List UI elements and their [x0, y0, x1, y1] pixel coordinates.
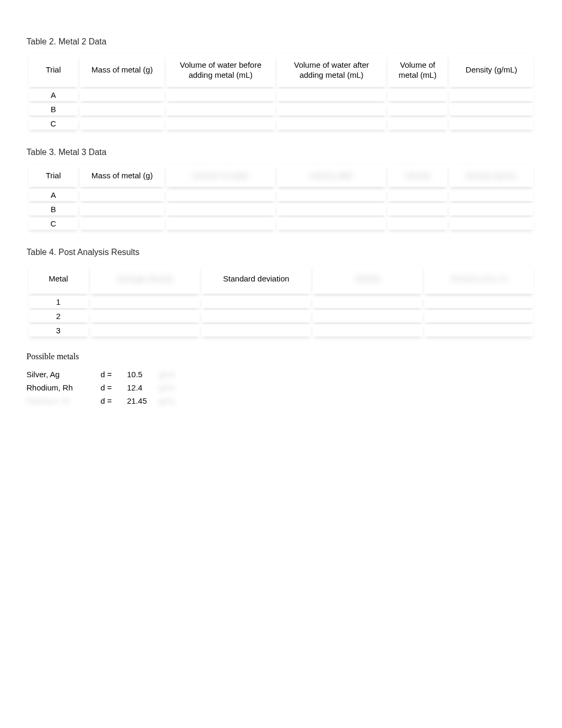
metal-name-blurred: Platinum, Pt — [26, 394, 101, 407]
metal-name: Rhodium, Rh — [26, 381, 101, 394]
col-blurred: Volume of water — [166, 165, 275, 187]
possible-metals-list: Silver, Ag d = 10.5 g/mL Rhodium, Rh d =… — [26, 368, 185, 407]
table2: Trial Mass of metal (g) Volume of water … — [26, 52, 536, 132]
density-unit-blurred: g/mL — [159, 368, 185, 381]
density-value: 21.45 — [127, 394, 159, 407]
density-value: 12.4 — [127, 381, 159, 394]
density-value: 10.5 — [127, 368, 159, 381]
table-row: 3 — [29, 324, 533, 336]
trial-cell: C — [29, 217, 78, 230]
col-vol-after: Volume of water after adding metal (mL) — [277, 54, 386, 87]
list-item: Silver, Ag d = 10.5 g/mL — [26, 368, 185, 381]
table-row: A — [29, 89, 533, 101]
col-metal: Metal — [29, 265, 88, 294]
col-blurred: Percent error % — [424, 265, 533, 294]
table3-header-row: Trial Mass of metal (g) Volume of water … — [29, 165, 533, 187]
table-row: 1 — [29, 296, 533, 308]
list-item: Rhodium, Rh d = 12.4 g/mL — [26, 381, 185, 394]
col-blurred: Density (g/mL) — [449, 165, 533, 187]
table4-header-row: Metal Average density Standard deviation… — [29, 265, 533, 294]
metal-cell: 3 — [29, 324, 88, 336]
trial-cell: B — [29, 203, 78, 215]
col-vol-metal: Volume of metal (mL) — [388, 54, 447, 87]
col-blurred: Volume after — [277, 165, 386, 187]
table-row: A — [29, 189, 533, 201]
density-unit-blurred: g/mL — [159, 394, 185, 407]
col-trial: Trial — [29, 54, 78, 87]
col-blurred: Volume — [388, 165, 447, 187]
col-vol-before: Volume of water before adding metal (mL) — [166, 54, 275, 87]
col-stddev: Standard deviation — [202, 265, 311, 294]
possible-metals-heading: Possible metals — [26, 352, 536, 361]
table2-header-row: Trial Mass of metal (g) Volume of water … — [29, 54, 533, 87]
metal-cell: 2 — [29, 310, 88, 322]
col-mass: Mass of metal (g) — [80, 54, 164, 87]
trial-cell: C — [29, 117, 78, 130]
table-row: 2 — [29, 310, 533, 322]
density-equals: d = — [101, 381, 127, 394]
table-row: B — [29, 203, 533, 215]
col-trial: Trial — [29, 165, 78, 187]
table3-title: Table 3. Metal 3 Data — [26, 148, 536, 157]
col-mass: Mass of metal (g) — [80, 165, 164, 187]
list-item: Platinum, Pt d = 21.45 g/mL — [26, 394, 185, 407]
metal-cell: 1 — [29, 296, 88, 308]
density-equals: d = — [101, 394, 127, 407]
table-row: C — [29, 217, 533, 230]
table3: Trial Mass of metal (g) Volume of water … — [26, 162, 536, 232]
table-row: B — [29, 103, 533, 115]
table4: Metal Average density Standard deviation… — [26, 262, 536, 339]
table-row: C — [29, 117, 533, 130]
density-equals: d = — [101, 368, 127, 381]
table2-title: Table 2. Metal 2 Data — [26, 37, 536, 47]
table4-title: Table 4. Post Analysis Results — [26, 248, 536, 257]
col-blurred: Identity — [313, 265, 422, 294]
trial-cell: A — [29, 189, 78, 201]
col-blurred: Average density — [90, 265, 200, 294]
trial-cell: A — [29, 89, 78, 101]
density-unit-blurred: g/mL — [159, 381, 185, 394]
col-density: Density (g/mL) — [449, 54, 533, 87]
metal-name: Silver, Ag — [26, 368, 101, 381]
trial-cell: B — [29, 103, 78, 115]
